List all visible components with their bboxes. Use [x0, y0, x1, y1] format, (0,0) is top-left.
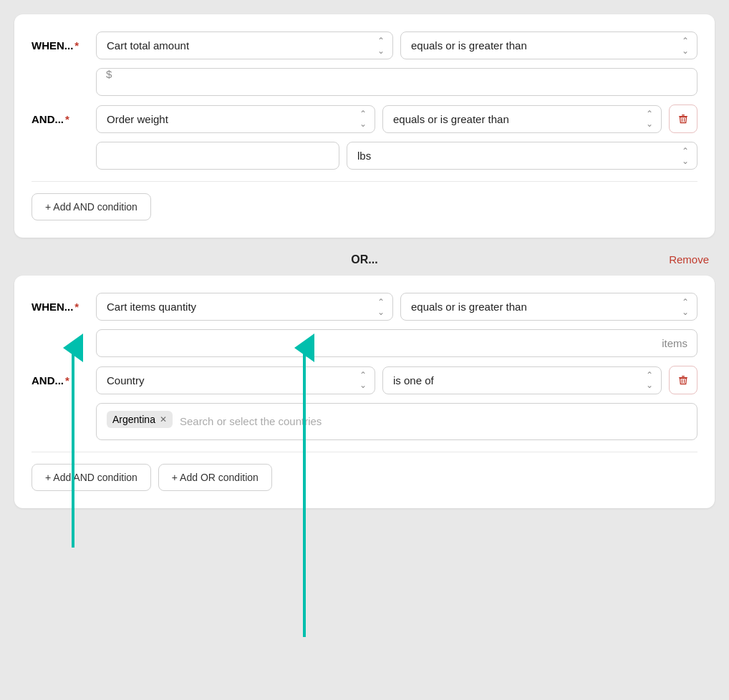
argentina-tag-close[interactable]: ✕ [160, 414, 167, 424]
and-operator-wrapper-2[interactable]: is one of ⌃⌄ [382, 366, 662, 394]
when-label-1: WHEN...* [32, 39, 89, 52]
condition-card-2: WHEN...* Cart items quantity ⌃⌄ equals o… [14, 276, 715, 508]
items-row-2: 50 items [32, 329, 697, 357]
amount-row-1: $ $ 300.00 [32, 68, 697, 96]
and-operator-wrapper-1[interactable]: equals or is greater than ⌃⌄ [382, 105, 662, 133]
country-placeholder: Search or select the countries [180, 415, 322, 427]
and-operator-select-1[interactable]: equals or is greater than [382, 105, 662, 133]
unit-wrapper-1[interactable]: lbs ⌃⌄ [347, 142, 697, 170]
and-row-2: AND...* Country ⌃⌄ is one of ⌃⌄ [32, 366, 697, 394]
and-field-select-2[interactable]: Country [96, 366, 375, 394]
amount-input-1[interactable]: $ 300.00 [96, 68, 697, 96]
trash-icon-2 [677, 374, 689, 386]
and-label-2: AND...* [32, 374, 89, 387]
add-and-button-1[interactable]: + Add AND condition [32, 193, 151, 220]
items-input-2[interactable]: 50 [96, 329, 697, 357]
or-label: OR... [351, 253, 377, 266]
when-operator-select-1[interactable]: equals or is greater than [400, 31, 697, 59]
add-or-button[interactable]: + Add OR condition [158, 464, 272, 491]
svg-rect-9 [682, 376, 685, 377]
and-label-1: AND...* [32, 113, 89, 125]
and-value-input-1[interactable]: 150 [96, 142, 339, 170]
condition-card-1: WHEN...* Cart total amount ⌃⌄ equals or … [14, 14, 715, 238]
trash-icon-1 [677, 113, 689, 125]
and-field-wrapper-1[interactable]: Order weight ⌃⌄ [96, 105, 375, 133]
add-and-button-2[interactable]: + Add AND condition [32, 464, 151, 491]
when-operator-select-2[interactable]: equals or is greater than [400, 293, 697, 321]
unit-select-1[interactable]: lbs [347, 142, 697, 170]
when-field-wrapper-1[interactable]: Cart total amount ⌃⌄ [96, 31, 393, 59]
when-operator-wrapper-2[interactable]: equals or is greater than ⌃⌄ [400, 293, 697, 321]
when-operator-wrapper-1[interactable]: equals or is greater than ⌃⌄ [400, 31, 697, 59]
or-separator: OR... Remove [14, 243, 715, 276]
when-field-wrapper-2[interactable]: Cart items quantity ⌃⌄ [96, 293, 393, 321]
bottom-buttons: + Add AND condition + Add OR condition [32, 464, 697, 491]
when-row-2: WHEN...* Cart items quantity ⌃⌄ equals o… [32, 293, 697, 321]
when-label-2: WHEN...* [32, 301, 89, 313]
country-input-area[interactable]: Argentina ✕ Search or select the countri… [96, 403, 697, 440]
value-row-1: 150 lbs ⌃⌄ [32, 142, 697, 170]
and-delete-button-2[interactable] [669, 366, 697, 394]
and-field-select-1[interactable]: Order weight [96, 105, 375, 133]
divider-1 [32, 181, 697, 182]
divider-2 [32, 452, 697, 452]
when-field-select-2[interactable]: Cart items quantity [96, 293, 393, 321]
and-row-1: AND...* Order weight ⌃⌄ equals or is gre… [32, 104, 697, 133]
and-delete-button-1[interactable] [669, 104, 697, 133]
when-row-1: WHEN...* Cart total amount ⌃⌄ equals or … [32, 31, 697, 59]
remove-button[interactable]: Remove [669, 253, 709, 266]
argentina-tag: Argentina ✕ [107, 411, 173, 428]
when-field-select-1[interactable]: Cart total amount [96, 31, 393, 59]
and-field-wrapper-2[interactable]: Country ⌃⌄ [96, 366, 375, 394]
country-tags-row: Argentina ✕ Search or select the countri… [32, 403, 697, 440]
svg-rect-5 [682, 115, 685, 116]
and-operator-select-2[interactable]: is one of [382, 366, 662, 394]
